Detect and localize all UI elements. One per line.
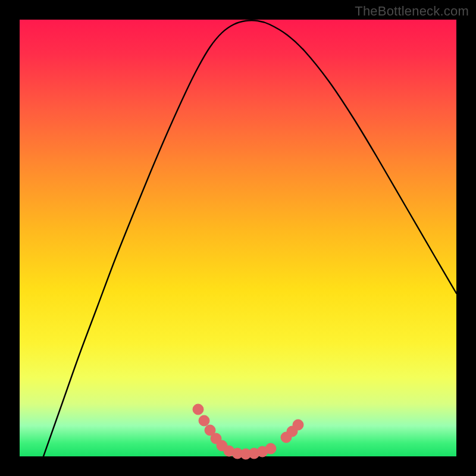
right-cluster-3 (293, 419, 303, 430)
chart-frame: TheBottleneck.com (0, 0, 476, 476)
bottleneck-curve (43, 20, 456, 456)
watermark-text: TheBottleneck.com (355, 4, 469, 19)
chart-svg (20, 20, 456, 456)
left-cluster-2 (199, 415, 209, 426)
bottom-bar-6 (265, 443, 276, 454)
left-cluster-1 (193, 404, 203, 415)
plot-area (20, 20, 456, 456)
marker-group (193, 404, 303, 459)
